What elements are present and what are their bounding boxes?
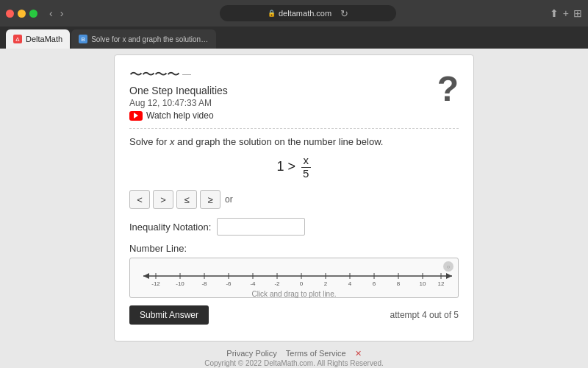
footer-links: Privacy Policy Terms of Service ✕	[226, 349, 361, 358]
svg-text:6: 6	[373, 280, 376, 286]
reload-icon[interactable]: ↻	[340, 8, 348, 19]
footer-copyright: Copyright © 2022 DeltaMath.com. All Righ…	[204, 359, 384, 367]
number-line-svg-element[interactable]: -12 -10 -8 -6 -4 -2	[136, 266, 459, 286]
youtube-icon	[129, 111, 143, 121]
number-line-label: Number Line:	[129, 243, 459, 254]
terms-of-service-link[interactable]: Terms of Service	[286, 349, 346, 358]
url-text: deltamath.com	[279, 9, 331, 18]
address-bar[interactable]: 🔒 deltamath.com ↻	[220, 5, 396, 21]
deltamath-favicon: Δ	[13, 35, 22, 43]
privacy-policy-link[interactable]: Privacy Policy	[226, 349, 276, 358]
svg-marker-2	[446, 273, 452, 279]
traffic-lights	[6, 10, 37, 18]
problem-title: One Step Inequalities	[129, 85, 228, 96]
submit-answer-button[interactable]: Submit Answer	[129, 305, 209, 325]
equation-fraction: x 5	[301, 155, 311, 180]
header-divider	[129, 128, 459, 129]
problem-instruction: Solve for x and graph the solution on th…	[129, 136, 459, 147]
less-than-equal-button[interactable]: ≤	[176, 190, 197, 209]
logo-area: 〜〜〜〜 —	[129, 66, 228, 83]
number-line-box[interactable]: ○ -12 -10 -	[129, 258, 459, 298]
inequality-notation-row: Inequality Notation:	[129, 218, 459, 236]
logo-dash: —	[182, 69, 191, 79]
attempt-count: attempt 4 out of 5	[390, 310, 459, 320]
tab-bar: Δ DeltaMath B Solve for x and graph the …	[0, 26, 588, 49]
instruction-text: and graph the solution on the number lin…	[177, 136, 383, 147]
main-card: 〜〜〜〜 — One Step Inequalities Aug 12, 10:…	[114, 54, 474, 342]
svg-text:8: 8	[397, 280, 401, 286]
grid-icon[interactable]: ⊞	[573, 7, 582, 19]
drag-hint-circle: ○	[443, 261, 453, 272]
maximize-button[interactable]	[29, 10, 37, 18]
lock-icon: 🔒	[268, 10, 276, 17]
help-question-mark[interactable]: ?	[437, 68, 459, 109]
tab2-label: Solve for x and graph the solution on th…	[91, 35, 209, 43]
fraction-denominator: 5	[301, 168, 311, 180]
svg-text:-10: -10	[176, 280, 184, 286]
greater-than-equal-button[interactable]: ≥	[200, 190, 220, 209]
less-than-button[interactable]: <	[129, 190, 150, 209]
inequality-notation-label: Inequality Notation:	[129, 222, 211, 233]
svg-text:10: 10	[420, 280, 426, 286]
tab-deltamath[interactable]: Δ DeltaMath	[6, 29, 70, 49]
problem-date: Aug 12, 10:47:33 AM	[129, 98, 228, 108]
minimize-button[interactable]	[18, 10, 26, 18]
nav-arrows: ‹ ›	[46, 6, 66, 21]
browser-actions: ⬆ + ⊞	[550, 7, 582, 19]
svg-text:-4: -4	[250, 280, 256, 286]
svg-text:0: 0	[300, 280, 304, 286]
svg-text:-6: -6	[226, 280, 232, 286]
submit-row: Submit Answer attempt 4 out of 5	[129, 305, 459, 325]
tab-brainly[interactable]: B Solve for x and graph the solution on …	[71, 29, 216, 49]
svg-text:-8: -8	[201, 280, 207, 286]
operator-buttons-group: < > ≤ ≥ or	[129, 190, 459, 209]
tab1-label: DeltaMath	[26, 35, 62, 43]
fraction-numerator: x	[301, 155, 312, 168]
logo-squiggle: 〜〜〜〜	[129, 66, 179, 83]
header-left: 〜〜〜〜 — One Step Inequalities Aug 12, 10:…	[129, 66, 228, 121]
forward-button[interactable]: ›	[57, 6, 67, 21]
close-button[interactable]	[6, 10, 14, 18]
equation-left: 1 >	[277, 159, 296, 174]
svg-text:12: 12	[438, 280, 445, 286]
svg-text:4: 4	[348, 280, 352, 286]
address-bar-area: 🔒 deltamath.com ↻	[71, 5, 545, 21]
play-icon	[134, 113, 138, 118]
share-icon[interactable]: ⬆	[550, 7, 559, 19]
page-footer: Privacy Policy Terms of Service ✕ Copyri…	[0, 347, 588, 368]
page-background: 〜〜〜〜 — One Step Inequalities Aug 12, 10:…	[0, 49, 588, 347]
or-label: or	[225, 194, 233, 205]
inequality-notation-input[interactable]	[217, 218, 305, 236]
number-line-svg: -12 -10 -8 -6 -4 -2	[136, 266, 452, 289]
equation-display: 1 > x 5	[129, 155, 459, 180]
brainly-favicon: B	[79, 35, 87, 43]
svg-text:2: 2	[324, 280, 328, 286]
greater-than-button[interactable]: >	[153, 190, 173, 209]
card-header: 〜〜〜〜 — One Step Inequalities Aug 12, 10:…	[129, 66, 459, 121]
new-tab-icon[interactable]: +	[563, 7, 569, 19]
browser-chrome: ‹ › 🔒 deltamath.com ↻ ⬆ + ⊞	[0, 0, 588, 26]
variable-x: x	[170, 136, 175, 147]
back-button[interactable]: ‹	[46, 6, 56, 21]
watch-help-label: Watch help video	[146, 110, 214, 121]
click-drag-hint: Click and drag to plot line.	[136, 290, 452, 298]
watch-help-link[interactable]: Watch help video	[129, 110, 228, 121]
svg-text:-12: -12	[151, 280, 160, 286]
svg-marker-1	[143, 273, 149, 279]
svg-text:-2: -2	[274, 280, 280, 286]
close-icon[interactable]: ✕	[355, 349, 362, 358]
